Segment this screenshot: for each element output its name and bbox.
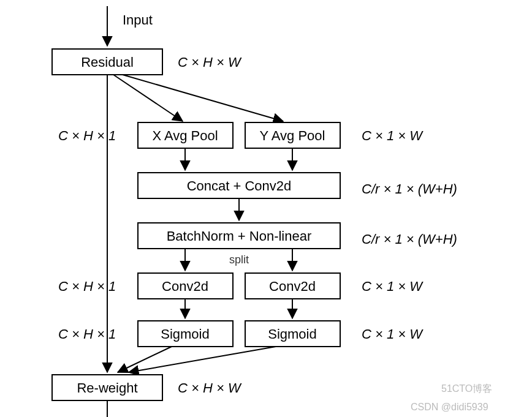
arrow-sigr-reweight	[129, 347, 276, 372]
arrow-res-to-yavg	[123, 75, 283, 121]
convl-text: Conv2d	[162, 279, 208, 294]
right-dim-conv: C × 1 × W	[362, 279, 424, 294]
architecture-diagram: Input Residual C × H × W X Avg Pool Y Av…	[0, 0, 532, 417]
reweight-text: Re-weight	[77, 380, 137, 396]
concat-text: Concat + Conv2d	[187, 178, 292, 193]
input-label: Input	[123, 12, 153, 28]
right-dim-sig: C × 1 × W	[362, 326, 424, 342]
left-dim-pool: C × H × 1	[58, 128, 116, 143]
left-dim-sig: C × H × 1	[58, 326, 116, 342]
reweight-dim: C × H × W	[178, 380, 242, 396]
convr-text: Conv2d	[269, 279, 316, 294]
bn-text: BatchNorm + Non-linear	[167, 228, 312, 244]
residual-dim: C × H × W	[178, 54, 242, 70]
yavg-text: Y Avg Pool	[260, 128, 325, 143]
residual-text: Residual	[81, 54, 134, 70]
bn-dim: C/r × 1 × (W+H)	[362, 231, 457, 247]
left-dim-conv: C × H × 1	[58, 279, 116, 294]
xavg-text: X Avg Pool	[152, 128, 218, 143]
right-dim-pool: C × 1 × W	[362, 128, 424, 143]
split-label: split	[229, 254, 249, 266]
watermark-51cto: 51CTO博客	[441, 383, 492, 394]
watermark-csdn: CSDN @didi5939	[411, 402, 488, 412]
sigr-text: Sigmoid	[268, 326, 316, 342]
sigl-text: Sigmoid	[161, 326, 209, 342]
concat-dim: C/r × 1 × (W+H)	[362, 181, 457, 197]
arrow-sigl-reweight	[118, 347, 172, 372]
